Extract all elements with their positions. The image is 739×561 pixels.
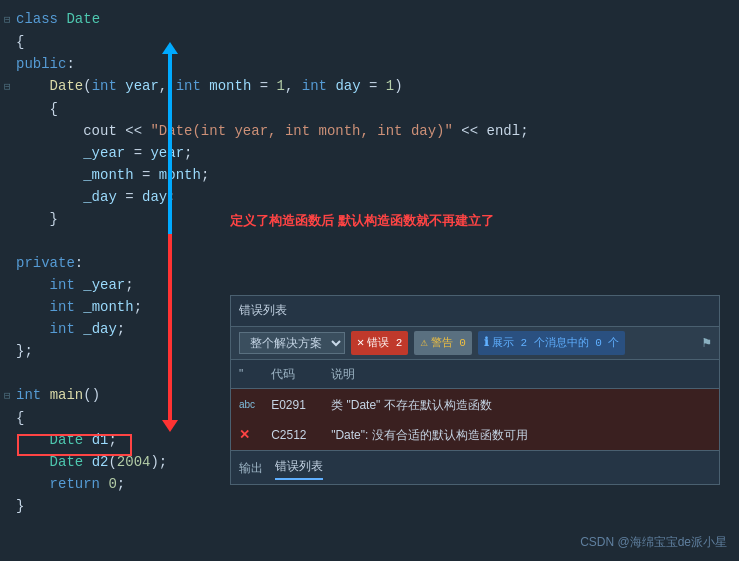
code-line-1: ⊟ class Date	[0, 8, 739, 31]
code-line-23: }	[0, 495, 739, 517]
footer-tab-errorlist[interactable]: 错误列表	[275, 455, 323, 480]
error-row-2[interactable]: ✕ C2512 "Date": 没有合适的默认构造函数可用	[231, 420, 719, 450]
code-line-4: ⊟ Date(int year, int month = 1, int day …	[0, 75, 739, 98]
arrow-blue	[168, 50, 172, 235]
error-row-1[interactable]: abc E0291 类 "Date" 不存在默认构造函数	[231, 389, 719, 421]
line-content: cout << "Date(int year, int month, int d…	[16, 120, 731, 142]
row2-code: C2512	[263, 420, 323, 450]
line-content: private:	[16, 252, 731, 274]
col-desc: 说明	[323, 360, 719, 389]
line-content: {	[16, 31, 731, 53]
code-line-6: cout << "Date(int year, int month, int d…	[0, 120, 739, 142]
line-content: _year = year;	[16, 142, 731, 164]
arrow-red	[168, 234, 172, 424]
code-line-11	[0, 230, 739, 252]
watermark: CSDN @海绵宝宝de派小星	[580, 531, 727, 553]
error-panel-title: 错误列表	[239, 300, 287, 322]
code-line-2: {	[0, 31, 739, 53]
warning-triangle-icon: ⚠	[420, 332, 427, 354]
code-editor: ⊟ class Date { public: ⊟ Date(int year, …	[0, 0, 739, 561]
line-content: int _year;	[16, 274, 731, 296]
abc-icon: abc	[239, 399, 255, 410]
row1-code: E0291	[263, 389, 323, 421]
line-content: }	[16, 495, 731, 517]
line-indicator: ⊟	[4, 76, 16, 98]
code-line-13: int _year;	[0, 274, 739, 296]
code-line-9: _day = day;	[0, 186, 739, 208]
code-line-12: private:	[0, 252, 739, 274]
code-line-8: _month = month;	[0, 164, 739, 186]
footer-tab-output[interactable]: 输出	[239, 457, 263, 479]
info-icon: ℹ	[484, 332, 489, 354]
filter-icon[interactable]: ⚑	[703, 332, 711, 354]
line-content: _month = month;	[16, 164, 731, 186]
solution-dropdown[interactable]: 整个解决方案	[239, 332, 345, 354]
row1-icon: abc	[231, 389, 263, 421]
line-content: public:	[16, 53, 731, 75]
error-panel-header: 错误列表	[231, 296, 719, 327]
annotation-text: 定义了构造函数后 默认构造函数就不再建立了	[230, 210, 494, 232]
line-content: _day = day;	[16, 186, 731, 208]
error-toolbar: 整个解决方案 ✕ 错误 2 ⚠ 警告 0 ℹ 展示 2 个消息中的 0 个 ⚑	[231, 327, 719, 360]
error-panel-footer: 输出 错误列表	[231, 450, 719, 484]
row1-desc: 类 "Date" 不存在默认构造函数	[323, 389, 719, 421]
info-badge: ℹ 展示 2 个消息中的 0 个	[478, 331, 626, 355]
row2-icon: ✕	[231, 420, 263, 450]
error-badge: ✕ 错误 2	[351, 331, 408, 355]
error-panel: 错误列表 整个解决方案 ✕ 错误 2 ⚠ 警告 0 ℹ 展示 2 个消息中的 0…	[230, 295, 720, 485]
line-content	[16, 230, 731, 252]
code-line-5: {	[0, 98, 739, 120]
col-code: 代码	[263, 360, 323, 389]
error-x-icon: ✕	[357, 332, 364, 354]
warning-badge: ⚠ 警告 0	[414, 331, 471, 355]
code-line-7: _year = year;	[0, 142, 739, 164]
line-indicator: ⊟	[4, 9, 16, 31]
col-icon: "	[231, 360, 263, 389]
x-icon: ✕	[239, 427, 250, 442]
line-indicator: ⊟	[4, 385, 16, 407]
error-table-header: " 代码 说明	[231, 360, 719, 389]
line-content: Date(int year, int month = 1, int day = …	[16, 75, 731, 97]
line-content: class Date	[16, 8, 731, 30]
line-content: {	[16, 98, 731, 120]
error-table: " 代码 说明 abc E0291 类 "Date" 不存在默认构造函数 ✕ C…	[231, 360, 719, 450]
row2-desc: "Date": 没有合适的默认构造函数可用	[323, 420, 719, 450]
code-line-3: public:	[0, 53, 739, 75]
